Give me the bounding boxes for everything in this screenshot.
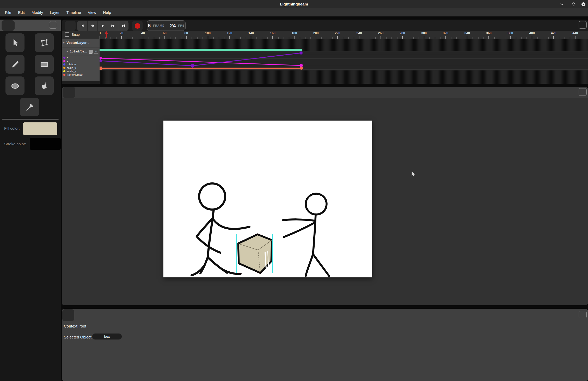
timeline-panel: 6 FRAME 24 FPS Snap 02040608010012014016… xyxy=(62,20,588,84)
menu-item-layer[interactable]: Layer xyxy=(46,8,63,16)
dashboard-button[interactable] xyxy=(2,20,15,31)
tool-panel-expand-button[interactable] xyxy=(49,21,57,29)
ruler-tick-major xyxy=(510,36,511,39)
ruler-label: 180 xyxy=(292,31,297,35)
paint-bucket-tool-button[interactable] xyxy=(35,76,54,95)
menu-item-view[interactable]: View xyxy=(84,8,100,16)
fill-color-swatch[interactable] xyxy=(23,122,57,135)
layer-swatch-icon[interactable] xyxy=(89,50,93,54)
property-row-frameNumber[interactable]: frameNumber xyxy=(62,73,100,76)
menu-item-edit[interactable]: Edit xyxy=(15,8,28,16)
stroke-color-swatch[interactable] xyxy=(30,138,61,150)
fps-label: FPS xyxy=(178,24,185,27)
ruler-label: 40 xyxy=(141,31,145,35)
menu-item-file[interactable]: File xyxy=(2,8,15,16)
collapse-triangle-icon[interactable]: ▾ xyxy=(63,41,65,45)
keyframe-curves[interactable] xyxy=(100,39,588,84)
stage-artwork xyxy=(163,121,372,277)
timeline-ruler[interactable]: 0204060801001201401601802002202402602803… xyxy=(100,31,588,39)
fill-color-label: Fill color: xyxy=(4,126,20,130)
collapse-triangle-icon[interactable]: ▾ xyxy=(66,50,68,53)
rewind-button[interactable] xyxy=(88,21,98,31)
close-circle-icon[interactable] xyxy=(580,1,586,7)
transform-icon xyxy=(40,38,49,47)
property-row-scale_x[interactable]: scale_x xyxy=(62,66,100,70)
stage[interactable] xyxy=(163,121,372,277)
rewind-icon xyxy=(90,23,95,28)
ruler-tick-major xyxy=(100,36,100,39)
transport-controls xyxy=(77,21,128,31)
keyframe-node-frameNumber[interactable] xyxy=(300,67,303,70)
playhead[interactable] xyxy=(104,31,108,39)
rectangle-tool-button[interactable] xyxy=(35,55,54,74)
ruler-tick-major xyxy=(251,36,251,39)
snap-checkbox[interactable] xyxy=(65,32,69,37)
ruler-label: 200 xyxy=(313,31,319,35)
window-title: Lightningbeam xyxy=(0,0,588,8)
ruler-tick-major xyxy=(359,36,359,39)
film-button[interactable] xyxy=(65,21,76,31)
menu-item-timeline[interactable]: Timeline xyxy=(63,8,84,16)
timeline-expand-button[interactable] xyxy=(579,21,587,29)
ruler-label: 360 xyxy=(486,31,492,35)
property-color-dot xyxy=(63,63,65,66)
keyframe-node-y[interactable] xyxy=(100,57,102,59)
ruler-label: 240 xyxy=(356,31,362,35)
frame-fps-display[interactable]: 6 FRAME 24 FPS xyxy=(147,20,186,31)
skip-start-button[interactable] xyxy=(77,21,88,31)
layer-row-object[interactable]: ▾ 151ad70a... ~ xyxy=(62,48,100,56)
diamond-icon[interactable] xyxy=(570,1,577,7)
fps-value: 24 xyxy=(170,23,176,29)
property-label: frameNumber xyxy=(67,73,83,76)
keyframe-node-x[interactable] xyxy=(299,51,303,55)
layer-tween-icon[interactable]: ~ xyxy=(94,50,98,54)
keyframe-node-x[interactable] xyxy=(100,59,102,62)
box-shape[interactable] xyxy=(238,234,272,273)
layer-badge: [L] xyxy=(87,41,90,44)
layer-row-vectorlayer[interactable]: ▾ VectorLayer[L] xyxy=(62,39,100,48)
skip-end-button[interactable] xyxy=(118,21,128,31)
menu-item-modify[interactable]: Modify xyxy=(28,8,46,16)
inspector-panel: Context: root Selected Object box xyxy=(62,309,588,381)
info-button[interactable] xyxy=(62,309,74,321)
eyedropper-tool-button[interactable] xyxy=(20,98,39,116)
timeline-frames-area[interactable] xyxy=(100,39,588,84)
cursor-icon xyxy=(10,38,20,47)
ruler-tick-major xyxy=(488,36,489,39)
selected-object-label: Selected Object xyxy=(64,335,91,339)
property-row-y[interactable]: y xyxy=(62,59,100,63)
chevron-down-icon[interactable] xyxy=(559,1,565,7)
canvas-mode-button[interactable] xyxy=(63,87,75,98)
title-bar: Lightningbeam xyxy=(0,0,588,8)
play-button[interactable] xyxy=(98,21,108,31)
fast-forward-icon xyxy=(111,23,115,28)
keyframe-node-x[interactable] xyxy=(191,64,194,68)
ruler-tick-major xyxy=(186,36,187,39)
property-row-x[interactable]: x xyxy=(62,56,100,59)
inspector-expand-button[interactable] xyxy=(579,311,587,318)
ruler-tick-major xyxy=(208,36,208,39)
box-object[interactable] xyxy=(237,234,273,273)
canvas-expand-button[interactable] xyxy=(579,88,587,96)
property-row-scale_y[interactable]: scale_y xyxy=(62,70,100,73)
record-button[interactable] xyxy=(132,21,143,31)
property-color-dot xyxy=(63,74,65,76)
menu-item-help[interactable]: Help xyxy=(100,8,114,16)
ruler-label: 400 xyxy=(529,31,535,35)
tool-panel: Fill color: Stroke color: xyxy=(0,20,61,381)
ruler-tick-major xyxy=(381,36,381,39)
property-row-rotation[interactable]: rotation xyxy=(62,63,100,66)
cursor-tool-button[interactable] xyxy=(5,33,24,52)
ruler-tick-major xyxy=(121,36,122,39)
skip-end-icon xyxy=(121,23,126,28)
keyframe-node-frameNumber[interactable] xyxy=(100,67,102,70)
pencil-tool-button[interactable] xyxy=(5,55,24,74)
property-label: x xyxy=(67,56,68,59)
ellipse-tool-button[interactable] xyxy=(5,76,24,95)
ruler-label: 160 xyxy=(270,31,275,35)
ruler-label: 260 xyxy=(378,31,383,35)
selected-object-value[interactable]: box xyxy=(92,334,122,340)
fast-forward-button[interactable] xyxy=(108,21,119,31)
transform-tool-button[interactable] xyxy=(35,33,54,52)
stick-figure-right[interactable] xyxy=(283,194,329,276)
